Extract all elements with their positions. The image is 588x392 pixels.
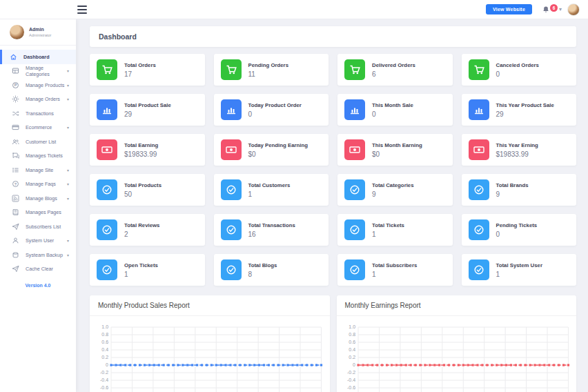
stat-value: 16 <box>248 231 295 238</box>
stat-label: Total Product Sale <box>124 102 171 108</box>
archive-icon <box>12 251 19 259</box>
sidebar-item-manages-pages[interactable]: Manages Pages <box>0 206 76 220</box>
stat-card-total-product-sale: Total Product Sale 29 <box>90 94 205 126</box>
svg-text:0: 0 <box>106 363 108 368</box>
chevron-down-icon <box>67 125 69 130</box>
rss-icon <box>12 195 19 202</box>
sidebar-item-manage-products[interactable]: P Manage Products <box>0 78 76 92</box>
list-icon <box>12 166 19 174</box>
stat-value: $0 <box>372 150 422 158</box>
sidebar-item-manage-orders[interactable]: Manage Orders <box>0 92 76 107</box>
svg-text:-0.2: -0.2 <box>100 371 108 375</box>
sidebar-item-dashboard[interactable]: Dashboard <box>0 50 76 64</box>
table-icon <box>12 67 19 75</box>
cart-icon <box>469 59 489 80</box>
check-circle-icon <box>97 179 117 200</box>
chart-bars-icon <box>469 99 489 120</box>
stat-value: $0 <box>248 150 308 158</box>
sidebar-item-manage-categories[interactable]: Manage Categories <box>0 64 76 79</box>
stat-card-this-month-sale: This Month Sale 0 <box>337 94 453 126</box>
sidebar-item-ecommerce[interactable]: Ecommerce <box>0 121 76 135</box>
stat-value: 11 <box>248 70 289 78</box>
money-bill-icon <box>469 139 489 160</box>
sidebar-item-manage-blogs[interactable]: Manage Blogs <box>0 191 76 206</box>
sidebar-item-system-user[interactable]: System User <box>0 234 76 248</box>
sidebar-item-manages-tickets[interactable]: Manages Tickets <box>0 149 76 164</box>
stat-value: 1 <box>372 231 404 238</box>
sidebar-item-customer-list[interactable]: Customer List <box>0 135 76 149</box>
stat-card-this-month-earning: This Month Earning $0 <box>337 134 453 166</box>
stat-label: Total Transactions <box>248 222 295 228</box>
svg-text:0.2: 0.2 <box>101 355 108 360</box>
user-avatar[interactable] <box>567 3 580 16</box>
svg-text:-0.4: -0.4 <box>346 378 355 383</box>
book-icon <box>12 208 19 216</box>
question-circle-icon: ? <box>12 180 19 188</box>
profile-role: Administrator <box>29 33 51 37</box>
money-bill-icon <box>344 139 365 160</box>
svg-text:0.6: 0.6 <box>349 340 355 345</box>
sidebar-item-cache-clear[interactable]: Cache Clear <box>0 262 76 277</box>
hamburger-icon[interactable] <box>77 6 87 14</box>
svg-text:1.0: 1.0 <box>349 325 355 330</box>
sidebar-item-manage-faqs[interactable]: ? Manage Faqs <box>0 177 76 192</box>
line-chart: 1.00.80.60.40.20-0.2-0.4-0.6-0.8-1.0 <box>92 322 326 392</box>
stat-label: Canceled Orders <box>496 62 539 68</box>
stat-card-open-tickets: Open Tickets 1 <box>90 254 205 286</box>
sidebar-item-label: Customer List <box>26 139 56 145</box>
sidebar-item-label: Cache Clear <box>26 266 53 272</box>
users-icon <box>12 138 19 146</box>
sidebar-item-label: Manages Tickets <box>26 153 63 159</box>
money-bill-icon <box>221 139 242 160</box>
money-bill-icon <box>97 139 117 160</box>
stat-value: 8 <box>248 271 277 278</box>
stat-card-total-earning: Total Earning $19833.99 <box>90 134 205 166</box>
stat-label: This Month Earning <box>372 142 422 148</box>
chevron-down-icon <box>67 168 69 173</box>
cart-icon <box>97 59 117 80</box>
svg-text:0.4: 0.4 <box>101 348 108 353</box>
page-title: Dashboard <box>99 32 137 41</box>
sidebar-item-label: Subscribers List <box>26 224 61 230</box>
sidebar-item-manage-site[interactable]: Manage Site <box>0 163 76 177</box>
stat-value: 0 <box>496 70 539 78</box>
check-circle-icon <box>469 219 489 240</box>
stat-label: Total System User <box>496 262 542 268</box>
check-circle-icon <box>344 179 365 200</box>
check-circle-icon <box>97 219 117 240</box>
chevron-down-icon <box>67 238 69 243</box>
sidebar-item-transactions[interactable]: Transactions <box>0 106 76 121</box>
stat-card-pending-orders: Pending Orders 11 <box>214 54 329 86</box>
sidebar: Admin Administrator Dashboard Manage Cat… <box>0 19 76 392</box>
sidebar-item-subscribers-list[interactable]: Subscribers List <box>0 219 76 234</box>
view-website-button[interactable]: View Website <box>486 4 532 14</box>
stat-label: Total Orders <box>124 62 156 68</box>
stat-label: Total Blogs <box>248 262 277 268</box>
chevron-down-icon <box>67 68 69 73</box>
stat-label: Pending Tickets <box>496 222 538 228</box>
paper-plane-icon <box>12 223 19 231</box>
sidebar-item-label: Manage Categories <box>26 65 67 77</box>
svg-text:-0.2: -0.2 <box>346 371 355 375</box>
chart-bars-icon <box>344 99 365 120</box>
stat-value: 17 <box>124 70 156 78</box>
stat-label: Pending Orders <box>248 62 289 68</box>
svg-text:P: P <box>14 83 17 87</box>
sidebar-item-systeam-backup[interactable]: Systeam Backup <box>0 248 76 262</box>
svg-text:0.6: 0.6 <box>101 340 108 345</box>
stat-card-total-system-user: Total System User 1 <box>462 254 577 286</box>
home-icon <box>10 53 17 61</box>
check-circle-icon <box>469 259 489 280</box>
sidebar-item-label: System User <box>26 237 54 244</box>
chevron-down-icon <box>67 83 69 88</box>
stat-label: Total Earning <box>124 142 158 148</box>
sidebar-item-label: Systeam Backup <box>26 252 63 258</box>
page-title-card: Dashboard <box>90 26 576 47</box>
shuffle-icon <box>12 110 19 117</box>
notifications-button[interactable]: 6 ▾ <box>542 6 562 14</box>
stat-value: 1 <box>248 190 291 198</box>
sidebar-item-label: Manage Faqs <box>26 181 56 187</box>
stat-card-total-transactions: Total Transactions 16 <box>214 214 329 246</box>
sidebar-profile: Admin Administrator <box>0 19 76 46</box>
sidebar-item-label: Manage Blogs <box>26 195 57 202</box>
